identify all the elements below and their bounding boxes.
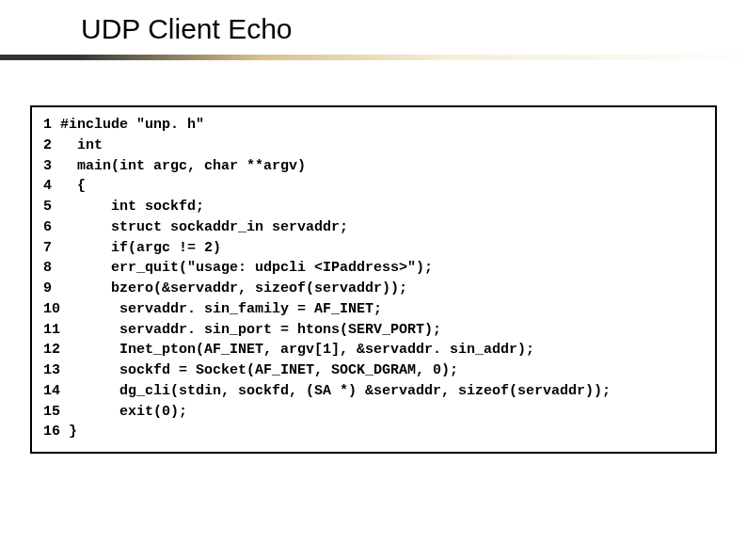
code-line: 14 dg_cli(stdin, sockfd, (SA *) &servadd… [43, 381, 611, 402]
code-line: 4 { [43, 176, 86, 197]
code-line: 6 struct sockaddr_in servaddr; [43, 217, 348, 238]
code-line: 15 exit(0); [43, 402, 187, 423]
code-line: 16 } [43, 422, 77, 442]
code-line: 2 int [43, 136, 103, 156]
code-line: 13 sockfd = Socket(AF_INET, SOCK_DGRAM, … [43, 360, 458, 381]
code-line: 11 servaddr. sin_port = htons(SERV_PORT)… [43, 320, 441, 341]
code-line: 5 int sockfd; [43, 197, 204, 217]
code-line: 7 if(argc != 2) [43, 238, 221, 259]
code-line: 3 main(int argc, char **argv) [43, 156, 306, 177]
code-line: 1 #include "unp. h" [43, 115, 204, 136]
title-underline [0, 55, 747, 60]
code-line: 8 err_quit("usage: udpcli <IPaddress>"); [43, 258, 433, 279]
code-line: 9 bzero(&servaddr, sizeof(servaddr)); [43, 279, 407, 299]
code-line: 12 Inet_pton(AF_INET, argv[1], &servaddr… [43, 340, 534, 360]
code-line: 10 servaddr. sin_family = AF_INET; [43, 299, 382, 320]
code-listing: 1 #include "unp. h" 2 int 3 main(int arg… [30, 105, 717, 454]
slide-title: UDP Client Echo [0, 0, 747, 45]
